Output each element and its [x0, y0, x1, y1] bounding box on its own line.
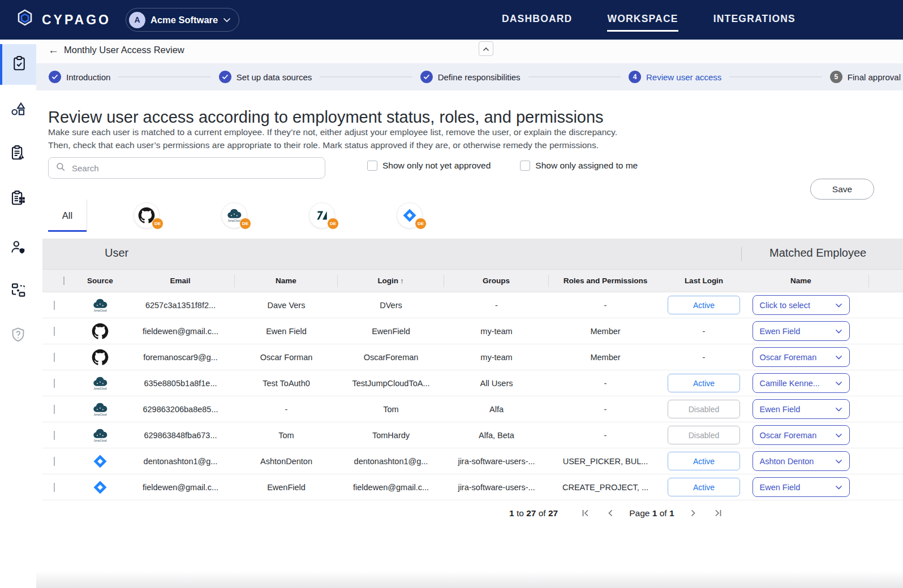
matched-employee-dropdown[interactable]: Ewen Field	[752, 399, 850, 419]
content-area: ← Monthly User Access Review Introductio…	[36, 40, 903, 588]
page-total: 1	[669, 508, 674, 518]
search-input[interactable]	[71, 163, 318, 174]
sidebar-item-policies[interactable]	[0, 179, 36, 219]
sidebar-item-help[interactable]	[0, 315, 36, 356]
row-checkbox[interactable]	[54, 431, 55, 440]
select-all-checkbox[interactable]	[63, 276, 64, 285]
status-disabled-button[interactable]: Disabled	[668, 426, 740, 444]
matched-employee-cell: Oscar Foreman	[746, 347, 856, 367]
last-login-cell: Disabled	[662, 400, 746, 418]
row-checkbox[interactable]	[54, 353, 55, 362]
column-header-roles-and-permissions[interactable]: Roles and Permissions	[549, 276, 662, 285]
row-checkbox[interactable]	[54, 379, 55, 388]
stepper-step-5[interactable]: 5Final approval	[830, 71, 901, 83]
row-checkbox[interactable]	[54, 457, 55, 466]
email-cell: fieldewen@gmail.c...	[126, 483, 235, 492]
row-select-cell	[42, 483, 74, 492]
groups-cell: my-team	[444, 353, 549, 362]
environment-badge: DE	[239, 218, 251, 230]
row-select-cell	[42, 301, 74, 310]
stepper-step-3[interactable]: Define responsibilities	[420, 71, 521, 83]
next-page-button[interactable]	[689, 508, 698, 518]
sidebar-item-gap-report[interactable]	[0, 133, 36, 174]
stepper-step-1[interactable]: Introduction	[49, 71, 110, 83]
page-title: Review user access according to employme…	[48, 108, 604, 127]
last-login-cell: Active	[662, 452, 746, 470]
last-login-cell: Active	[662, 374, 746, 392]
login-cell: dentonashton1@g...	[338, 457, 444, 466]
back-arrow-icon[interactable]: ←	[48, 45, 59, 55]
sidebar-item-access-review[interactable]	[0, 44, 36, 85]
assigned-to-me-checkbox[interactable]	[520, 161, 530, 171]
jumpcloud-icon: JumpCloud	[91, 426, 109, 444]
stepper-connector	[528, 76, 621, 77]
tab-all[interactable]: All	[48, 199, 87, 232]
collapse-stepper-button[interactable]	[479, 41, 493, 56]
svg-text:JumpCloud: JumpCloud	[94, 439, 107, 442]
stepper-step-4[interactable]: 4Review user access	[629, 71, 721, 83]
column-header-groups[interactable]: Groups	[444, 275, 549, 287]
column-header-name[interactable]: Name	[235, 275, 338, 287]
last-page-button[interactable]	[712, 508, 724, 518]
name-cell: Test ToAuth0	[235, 379, 338, 388]
nav-link-dashboard[interactable]: DASHBOARD	[502, 10, 573, 31]
first-page-button[interactable]	[579, 508, 591, 518]
breadcrumb: ← Monthly User Access Review	[48, 45, 184, 55]
search-box[interactable]	[48, 157, 325, 179]
jumpcloud-icon: JumpCloud	[91, 296, 109, 314]
page-breadcrumb-title: Monthly User Access Review	[64, 45, 184, 55]
column-header-name[interactable]: Name	[746, 276, 856, 285]
sidebar-item-workflows[interactable]	[0, 271, 36, 312]
save-button[interactable]: Save	[810, 179, 874, 200]
groups-cell: jira-software-users-...	[444, 483, 549, 492]
sidebar-item-user-access[interactable]	[0, 228, 36, 269]
brand-name: CYPAGO	[42, 12, 111, 28]
column-header-last-login[interactable]: Last Login	[662, 276, 746, 285]
row-checkbox[interactable]	[54, 327, 55, 336]
tab-jumpcloud[interactable]: JumpCloudDE	[221, 202, 247, 228]
filter-assigned-to-me[interactable]: Show only assigned to me	[520, 161, 638, 171]
page-bottom-fade	[36, 571, 903, 588]
chevron-up-icon	[483, 44, 489, 54]
table-group-header: User Matched Employee	[42, 239, 903, 270]
status-active-button[interactable]: Active	[668, 374, 740, 392]
matched-employee-dropdown[interactable]: Camille Kenne...	[752, 373, 850, 393]
nav-link-workspace[interactable]: WORKSPACE	[607, 10, 678, 31]
row-checkbox[interactable]	[54, 301, 55, 310]
org-avatar: A	[129, 12, 145, 28]
stepper-step-2[interactable]: Set up data sources	[219, 71, 312, 83]
prev-page-button[interactable]	[606, 508, 614, 518]
matched-employee-cell: Click to select	[746, 295, 856, 315]
row-checkbox[interactable]	[54, 405, 55, 414]
not-approved-checkbox[interactable]	[367, 161, 377, 171]
tab-jira[interactable]: DE	[397, 202, 423, 228]
sidebar-item-frameworks[interactable]	[0, 89, 36, 130]
nav-link-integrations[interactable]: INTEGRATIONS	[713, 10, 796, 31]
description-line-1: Make sure each user is matched to a curr…	[48, 126, 617, 139]
matched-employee-dropdown[interactable]: Ewen Field	[752, 477, 850, 497]
tab-zendesk[interactable]: DE	[309, 202, 335, 228]
pager-controls: Page 1 of 1	[579, 508, 724, 518]
matched-employee-dropdown[interactable]: Ewen Field	[752, 321, 850, 341]
org-selector[interactable]: A Acme Software	[126, 8, 239, 32]
column-header-email[interactable]: Email	[126, 275, 235, 287]
source-cell: JumpCloud	[74, 374, 126, 392]
matched-employee-dropdown[interactable]: Click to select	[752, 295, 850, 315]
roles-cell: -	[549, 379, 662, 388]
roles-cell: -	[549, 431, 662, 440]
status-disabled-button[interactable]: Disabled	[668, 400, 740, 418]
filter-not-yet-approved[interactable]: Show only not yet approved	[367, 161, 491, 171]
status-active-button[interactable]: Active	[668, 296, 740, 314]
status-active-button[interactable]: Active	[668, 478, 740, 496]
row-checkbox[interactable]	[54, 483, 55, 492]
tab-separator	[87, 200, 87, 231]
matched-employee-dropdown[interactable]: Ashton Denton	[752, 451, 850, 471]
matched-employee-dropdown[interactable]: Oscar Foreman	[752, 425, 850, 445]
tab-github[interactable]: DE	[134, 202, 160, 228]
matched-employee-dropdown[interactable]: Oscar Foreman	[752, 347, 850, 367]
workflow-icon	[10, 282, 27, 301]
column-header-login[interactable]: Login↑	[338, 275, 444, 287]
column-header-source[interactable]: Source	[74, 276, 126, 285]
status-active-button[interactable]: Active	[668, 452, 740, 470]
step-check-icon	[420, 71, 433, 83]
